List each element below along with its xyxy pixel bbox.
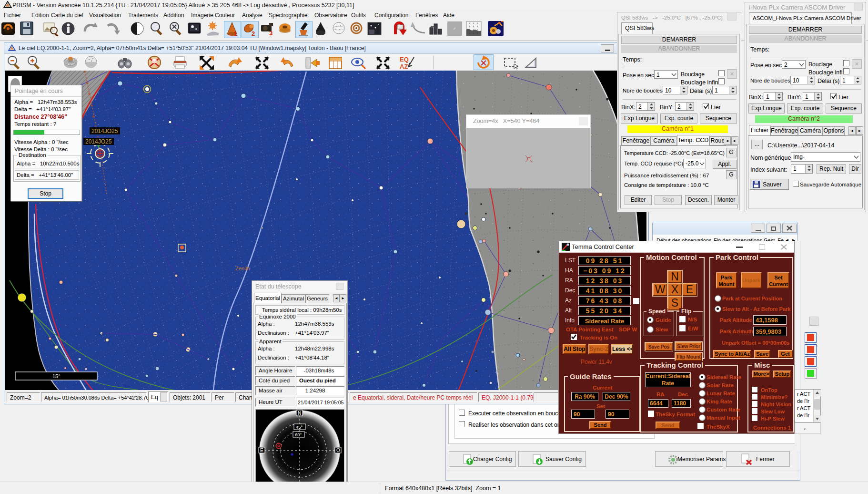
svg-text:60°: 60° [295, 432, 302, 437]
svg-text:EQ: EQ [400, 56, 409, 63]
svg-text:15°: 15° [52, 373, 61, 379]
svg-text:2014JO25: 2014JO25 [91, 128, 118, 134]
svg-text:45°: 45° [296, 424, 303, 430]
svg-text:Zenith: Zenith [235, 266, 250, 271]
svg-text:AZ: AZ [400, 63, 408, 70]
svg-text:O: O [336, 448, 340, 453]
svg-text:2: 2 [252, 30, 255, 37]
svg-text:E: E [260, 448, 263, 453]
svg-text:N: N [298, 411, 301, 416]
svg-text:2014JO25: 2014JO25 [85, 138, 112, 145]
svg-text:1: 1 [234, 30, 237, 37]
svg-text:3: 3 [269, 30, 273, 36]
